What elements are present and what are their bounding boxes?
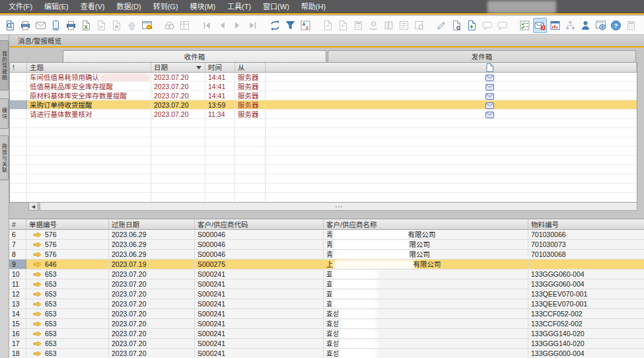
menu-view[interactable]: 查看(V) — [75, 0, 111, 14]
document-row[interactable]: 7 576 2023.06.29 S000046 青限公司 701030073 — [9, 240, 644, 250]
base-document-icon — [397, 18, 411, 33]
link-arrow-icon[interactable] — [29, 300, 45, 308]
docs-col-partner-code[interactable]: 客户/供应商代码 — [195, 219, 324, 230]
link-arrow-icon[interactable] — [29, 290, 45, 298]
document-row[interactable]: 6 576 2023.06.29 S000046 青有限公司 701030066 — [9, 230, 644, 240]
link-arrow-icon[interactable] — [29, 260, 45, 268]
docs-col-posting-date[interactable]: 过账日期 — [109, 219, 195, 230]
sidebar-tab-2[interactable]: 模块 — [0, 98, 9, 129]
link-arrow-icon[interactable] — [29, 280, 45, 288]
lock-screen-icon[interactable] — [140, 18, 154, 33]
user-defined-fields-icon[interactable] — [465, 18, 479, 33]
volume-weight-icon — [382, 18, 396, 33]
docs-col-index[interactable]: # — [9, 219, 26, 230]
document-row[interactable]: 16 653 2023.07.20 S000241 효성 133GGG140-0… — [9, 329, 644, 339]
document-row[interactable]: 12 653 2023.07.20 S000241 효 133QEEV070-0… — [9, 289, 644, 299]
document-row[interactable]: 11 653 2023.07.20 S000241 효 133GGG060-00… — [9, 279, 644, 289]
toolbar: XwAz3? — [0, 16, 644, 35]
inbox-row-date: 2023.07.20 — [151, 82, 205, 91]
sidebar-tab-1[interactable]: 我的驾驶舱 — [0, 40, 9, 90]
scroll-left-button[interactable]: ◀ — [28, 202, 38, 211]
doc-row-item-code: 133CCF052-002 — [528, 319, 644, 329]
web-client-icon[interactable] — [594, 18, 608, 33]
inbox-row[interactable]: 车间低值易耗领用确认 2023.07.20 14:41 服务器 — [10, 73, 637, 82]
menu-tools[interactable]: 工具(T) — [221, 0, 257, 14]
inbox-col-date-label: 日期 — [154, 63, 168, 73]
help-icon[interactable]: ? — [609, 18, 623, 33]
document-row[interactable]: 15 653 2023.07.20 S000241 효성 133CCF052-0… — [9, 319, 644, 329]
link-arrow-icon[interactable] — [29, 340, 45, 347]
inbox-row-flag — [10, 82, 27, 91]
sort-descending-icon — [196, 66, 201, 69]
messages-alerts-icon[interactable]: 3 — [533, 18, 547, 33]
inbox-row-from: 服务器 — [235, 82, 266, 91]
window-title[interactable]: 消息/警报概览 — [18, 36, 61, 46]
tab-inbox[interactable]: 收件箱 — [63, 50, 326, 62]
envelope-icon[interactable] — [485, 83, 494, 91]
menu-goto[interactable]: 转到(G) — [147, 0, 184, 14]
link-arrow-icon[interactable] — [29, 330, 45, 338]
document-row[interactable]: 9 646 2023.07.19 S000275 上有限公司 — [9, 260, 644, 269]
print-icon[interactable] — [18, 18, 32, 33]
inbox-row[interactable]: 采购订单待收货提醒 2023.07.20 13:59 服务器 — [10, 100, 637, 110]
link-arrow-icon[interactable] — [29, 310, 45, 318]
inbox-table: ! 主题 日期 时间 从 车间低值易耗领用确认 2023.07.20 14:41… — [9, 62, 637, 203]
redaction-blur — [341, 351, 375, 358]
org-chart-icon — [563, 18, 577, 33]
docs-col-partner-name[interactable]: 客户/供应商名称 — [324, 219, 528, 230]
form-settings-icon[interactable] — [450, 18, 464, 33]
inbox-row[interactable]: 原材料基体库安全库存数量提醒 2023.07.20 14:41 服务器 — [10, 91, 637, 100]
link-arrow-icon[interactable] — [29, 349, 45, 357]
document-row[interactable]: 18 653 2023.07.20 S000241 효성 133GGG000-0… — [9, 349, 644, 358]
menu-modules[interactable]: 模块(M) — [184, 0, 222, 14]
report-table-icon[interactable] — [548, 18, 562, 33]
inbox-row[interactable]: 请进行基体数量核对 2023.07.20 11:34 服务器 — [10, 110, 637, 119]
email-icon[interactable] — [34, 18, 48, 33]
menu-help[interactable]: 帮助(H) — [295, 0, 332, 14]
scrollbar-track[interactable] — [40, 202, 637, 211]
inbox-col-subject[interactable]: 主题 — [27, 63, 151, 73]
link-arrow-icon[interactable] — [29, 231, 45, 238]
menu-edit[interactable]: 编辑(E) — [38, 0, 75, 14]
document-row[interactable]: 8 576 2023.06.29 S000046 青限公司 701030068 — [9, 250, 644, 260]
export-excel-icon[interactable]: X — [79, 18, 93, 33]
link-arrow-icon[interactable] — [29, 320, 45, 328]
sort-icon[interactable]: Az — [299, 18, 312, 33]
application-window: 文件(F)编辑(E)查看(V)数据(D)转到(G)模块(M)工具(T)窗口(W)… — [0, 0, 644, 358]
tab-outbox[interactable]: 发件箱 — [328, 50, 636, 62]
doc-row-partner-code: S000275 — [195, 260, 324, 269]
checklist-icon[interactable] — [518, 18, 532, 33]
inbox-col-flag[interactable]: ! — [10, 63, 27, 73]
envelope-icon[interactable] — [485, 74, 494, 82]
menu-file[interactable]: 文件(F) — [3, 0, 38, 14]
link-arrow-icon[interactable] — [29, 240, 45, 248]
envelope-icon[interactable] — [485, 111, 494, 119]
my-menu-icon[interactable] — [579, 18, 592, 33]
document-row[interactable]: 17 653 2023.07.20 S000241 효성 133GGG140-0… — [9, 339, 644, 349]
inbox-row[interactable]: 低值易耗品库安全库存提醒 2023.07.20 14:41 服务器 — [10, 82, 637, 91]
menu-data[interactable]: 数据(D) — [110, 0, 147, 14]
docs-col-doc-no[interactable]: 单据编号 — [26, 219, 109, 230]
document-row[interactable]: 10 653 2023.07.20 S000241 효 133GGG060-00… — [9, 269, 644, 279]
mobile-add-on-icon[interactable] — [49, 18, 63, 33]
menu-window[interactable]: 窗口(W) — [257, 0, 295, 14]
doc-row-posting-date: 2023.06.29 — [109, 250, 195, 260]
filter-icon[interactable] — [283, 18, 297, 33]
envelope-icon[interactable] — [485, 92, 494, 100]
envelope-icon[interactable] — [485, 102, 494, 110]
doc-row-partner-code: S000241 — [195, 279, 324, 289]
preview-icon[interactable] — [3, 18, 17, 33]
print-layout-icon[interactable] — [64, 18, 78, 33]
inbox-col-from[interactable]: 从 — [235, 63, 266, 73]
link-arrow-icon[interactable] — [29, 250, 45, 258]
inbox-col-time[interactable]: 时间 — [205, 63, 235, 73]
refresh-icon[interactable] — [268, 18, 282, 33]
docs-col-item-code[interactable]: 物料编号 — [528, 219, 644, 230]
inbox-col-date[interactable]: 日期 — [151, 63, 205, 73]
inbox-col-attachment[interactable] — [266, 63, 637, 73]
edit-pencil-icon[interactable] — [435, 18, 448, 33]
link-arrow-icon[interactable] — [29, 270, 45, 278]
sidebar-tab-3[interactable]: 拖放与关联 — [0, 135, 9, 180]
document-row[interactable]: 13 653 2023.07.20 S000241 효 133QEEV070-0… — [9, 299, 644, 309]
document-row[interactable]: 14 653 2023.07.20 S000241 효성 133CCF052-0… — [9, 309, 644, 319]
